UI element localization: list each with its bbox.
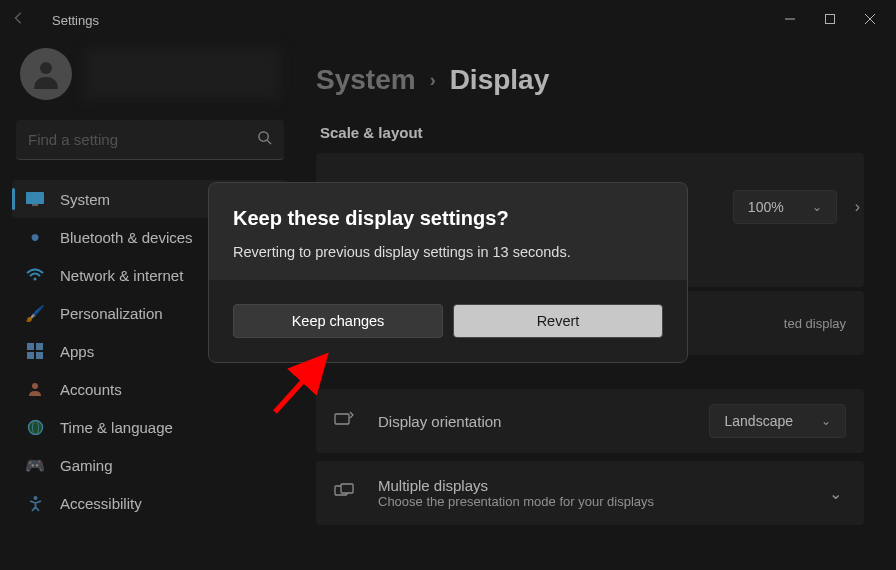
revert-button[interactable]: Revert — [453, 304, 663, 338]
dialog-overlay: Keep these display settings? Reverting t… — [0, 0, 896, 570]
dialog-message: Reverting to previous display settings i… — [233, 244, 663, 260]
confirm-dialog: Keep these display settings? Reverting t… — [208, 182, 688, 363]
keep-changes-button[interactable]: Keep changes — [233, 304, 443, 338]
dialog-title: Keep these display settings? — [233, 207, 663, 230]
